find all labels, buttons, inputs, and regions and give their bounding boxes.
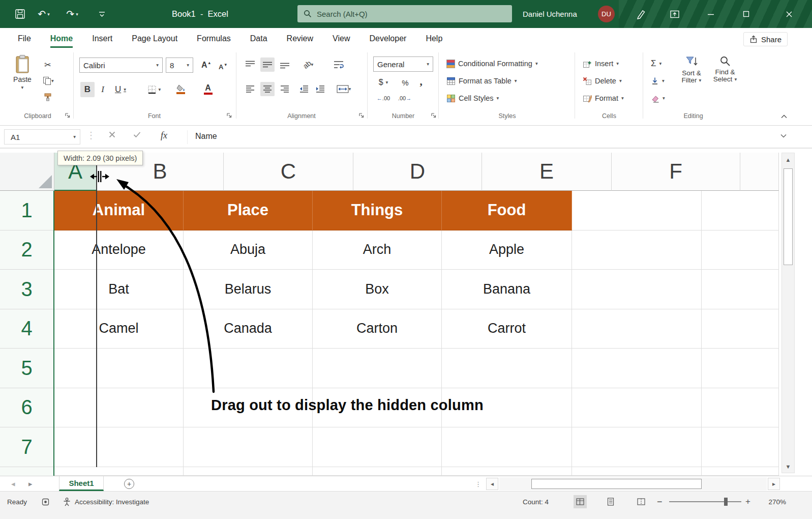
new-sheet-button[interactable]: +: [124, 479, 134, 489]
clear-button[interactable]: ▾: [651, 91, 665, 105]
borders-button[interactable]: ▾: [143, 82, 165, 97]
fill-color-button[interactable]: [169, 81, 192, 97]
row-header-partial[interactable]: [0, 467, 53, 476]
scroll-down-button[interactable]: ▼: [782, 460, 794, 473]
zoom-in-button[interactable]: +: [745, 496, 750, 507]
find-select-button[interactable]: Find & Select▾: [710, 55, 740, 83]
column-header-E[interactable]: E: [482, 153, 612, 191]
tab-home[interactable]: Home: [41, 28, 82, 49]
wrap-text-button[interactable]: [329, 57, 348, 72]
grid-cell[interactable]: Box: [313, 270, 442, 309]
decrease-decimal-button[interactable]: .00→: [396, 92, 414, 104]
font-color-button[interactable]: A: [196, 81, 220, 97]
grid-cell[interactable]: Antelope: [54, 230, 184, 270]
clipboard-dialog-launcher[interactable]: [64, 112, 72, 120]
avatar[interactable]: DU: [598, 6, 615, 22]
column-header-C[interactable]: C: [224, 153, 353, 191]
grid-cell[interactable]: [702, 388, 779, 428]
underline-button[interactable]: U▾: [111, 82, 130, 97]
vertical-scroll-thumb[interactable]: [784, 168, 793, 265]
grid-cell[interactable]: Things: [313, 191, 442, 230]
formula-input[interactable]: Name: [195, 132, 217, 141]
tab-help[interactable]: Help: [416, 28, 452, 49]
grid-cell[interactable]: [54, 427, 184, 467]
sort-filter-button[interactable]: Sort & Filter▾: [676, 55, 707, 84]
grid-cell[interactable]: [313, 427, 442, 467]
grid-cell[interactable]: Banana: [442, 270, 572, 309]
paste-button[interactable]: Paste ▾: [8, 54, 37, 90]
normal-view-button[interactable]: [574, 495, 587, 508]
tab-insert[interactable]: Insert: [82, 28, 122, 49]
tab-file[interactable]: File: [8, 28, 41, 49]
search-box[interactable]: [297, 5, 512, 22]
collapse-ribbon-button[interactable]: [777, 110, 791, 122]
format-as-table-button[interactable]: Format as Table ▾: [446, 74, 517, 88]
grid-cell[interactable]: [572, 230, 702, 270]
macro-record-button[interactable]: [42, 496, 49, 507]
close-button[interactable]: [766, 0, 812, 28]
grid-cell[interactable]: Canada: [184, 309, 313, 349]
grid-cell[interactable]: [442, 467, 572, 476]
page-break-preview-button[interactable]: [635, 495, 648, 508]
comma-style-button[interactable]: ,: [416, 74, 426, 89]
grid-cell[interactable]: [54, 467, 184, 476]
font-name-combobox[interactable]: Calibri▾: [79, 57, 163, 73]
cell-styles-button[interactable]: Cell Styles ▾: [446, 91, 499, 105]
grid-cell[interactable]: [702, 309, 779, 349]
grid-cell[interactable]: Belarus: [184, 270, 313, 309]
cut-button[interactable]: ✂: [42, 59, 54, 71]
copy-button[interactable]: ▾: [40, 75, 57, 87]
font-dialog-launcher[interactable]: [226, 112, 233, 120]
row-header-1[interactable]: 1: [0, 191, 53, 230]
grid-cell[interactable]: [54, 349, 184, 388]
merge-center-button[interactable]: ▾: [332, 82, 356, 96]
search-input[interactable]: [317, 10, 506, 18]
accounting-format-button[interactable]: $▾: [374, 76, 393, 89]
font-size-combobox[interactable]: 8▾: [166, 57, 193, 73]
tab-strip-resize-handle[interactable]: ⋮: [475, 476, 482, 492]
row-header-4[interactable]: 4: [0, 309, 53, 349]
scroll-right-button[interactable]: ▸: [768, 478, 780, 490]
undo-button[interactable]: ↶▾: [33, 0, 55, 28]
grid-cell[interactable]: [572, 309, 702, 349]
increase-indent-button[interactable]: [313, 82, 327, 96]
bottom-align-button[interactable]: [278, 57, 292, 72]
column-header-D[interactable]: D: [353, 153, 482, 191]
save-button[interactable]: [11, 0, 28, 28]
grid-cell[interactable]: [572, 349, 702, 388]
cancel-button[interactable]: [109, 131, 115, 138]
name-box[interactable]: A1 ▾: [4, 129, 80, 145]
grid-cell[interactable]: [442, 427, 572, 467]
number-dialog-launcher[interactable]: [430, 112, 438, 120]
align-center-button[interactable]: [260, 82, 275, 96]
grid-cell[interactable]: Apple: [442, 230, 572, 270]
bold-button[interactable]: B: [80, 82, 95, 97]
grid-cell[interactable]: Animal: [54, 191, 184, 230]
customize-quick-access-toolbar-button[interactable]: [93, 0, 111, 28]
percent-style-button[interactable]: %: [399, 76, 412, 89]
format-cells-button[interactable]: Format ▾: [583, 91, 624, 105]
insert-function-button[interactable]: fx: [161, 130, 167, 141]
row-header-7[interactable]: 7: [0, 427, 53, 467]
inking-button[interactable]: [630, 0, 652, 28]
column-resize-cursor-icon[interactable]: [88, 169, 111, 184]
grid-cell[interactable]: [702, 427, 779, 467]
grid-cell[interactable]: [702, 349, 779, 388]
grid-cell[interactable]: Arch: [313, 230, 442, 270]
grid-cell[interactable]: Place: [184, 191, 313, 230]
align-right-button[interactable]: [278, 82, 292, 96]
scroll-up-button[interactable]: ▲: [782, 153, 794, 166]
grid-cell[interactable]: [572, 270, 702, 309]
grid-cell[interactable]: Abuja: [184, 230, 313, 270]
grid-cell[interactable]: [442, 349, 572, 388]
scroll-left-button[interactable]: ◂: [486, 478, 498, 490]
zoom-slider-thumb[interactable]: [724, 498, 728, 506]
grid-cell[interactable]: Camel: [54, 309, 184, 349]
column-header-F[interactable]: F: [612, 153, 740, 191]
grid-cell[interactable]: [572, 467, 702, 476]
grid-cell[interactable]: [184, 467, 313, 476]
zoom-level[interactable]: 270%: [759, 496, 786, 507]
grid-cell[interactable]: [572, 388, 702, 428]
tab-review[interactable]: Review: [277, 28, 323, 49]
previous-sheet-button[interactable]: ◂: [11, 476, 15, 492]
